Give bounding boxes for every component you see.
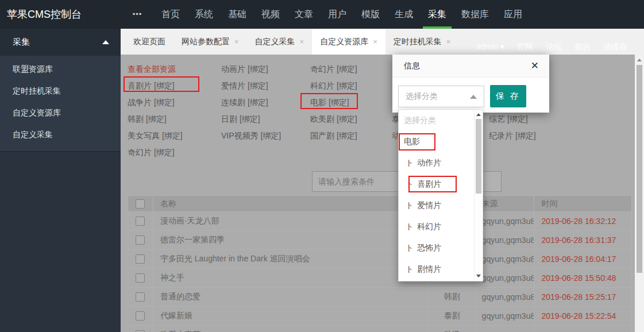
option-horror[interactable]: ト恐怖片 <box>399 237 475 258</box>
option-scifi[interactable]: ト科幻片 <box>399 216 475 237</box>
link-clear-cache[interactable]: 清缓存 <box>603 42 627 52</box>
link-frontend[interactable]: 前台 <box>574 42 591 52</box>
option-placeholder[interactable]: 选择分类 <box>399 110 475 131</box>
nav-generate[interactable]: 生成 <box>388 0 419 29</box>
sidebar-item-scheduled-collect[interactable]: 定时挂机采集 <box>0 80 121 102</box>
select-value: 选择分类 <box>406 91 470 102</box>
scroll-up-icon[interactable] <box>637 59 642 61</box>
option-comedy[interactable]: ト喜剧片 <box>399 173 475 195</box>
collapse-up-icon <box>102 40 109 44</box>
chevron-down-icon: ▾ <box>500 42 504 51</box>
category-dropdown: 选择分类 电影 ト动作片 ト喜剧片 ト爱情片 ト科幻片 ト恐怖片 ト剧情片 <box>398 109 483 281</box>
tree-branch-icon: ト <box>406 243 414 252</box>
sidebar-item-custom-library[interactable]: 自定义资源库 <box>0 102 121 123</box>
sidebar: 采集 联盟资源库 定时挂机采集 自定义资源库 自定义采集 <box>0 29 121 332</box>
link-official-site[interactable]: 官网 <box>517 42 533 52</box>
tree-branch-icon: ト <box>406 264 414 273</box>
scrollbar-thumb[interactable] <box>476 119 481 194</box>
modal-title: 信息 <box>404 61 531 71</box>
content-area: 查看全部资源 喜剧片 [绑定] 战争片 [绑定] 韩剧 [绑定] 美女写真 [绑… <box>121 55 635 332</box>
nav-collect-active[interactable]: 采集 <box>422 0 453 29</box>
nav-video[interactable]: 视频 <box>255 0 286 29</box>
nav-article[interactable]: 文章 <box>288 0 319 29</box>
top-navbar: 苹果CMS控制台 ••• 首页 系统 基础 视频 文章 用户 模版 生成 采集 … <box>0 0 644 29</box>
nav-system[interactable]: 系统 <box>188 0 219 29</box>
scroll-down-icon[interactable] <box>476 275 481 277</box>
save-button[interactable]: 保 存 <box>490 85 526 107</box>
more-menu-icon[interactable]: ••• <box>121 0 154 29</box>
tree-branch-icon: ト <box>406 200 414 210</box>
sidebar-item-custom-collect[interactable]: 自定义采集 <box>0 123 121 145</box>
user-menu[interactable]: admin ▾ <box>476 42 504 52</box>
option-movie[interactable]: 电影 <box>399 131 475 152</box>
nav-basic[interactable]: 基础 <box>222 0 253 29</box>
tree-branch-icon: ト <box>406 222 414 231</box>
modal-dim-overlay <box>121 55 635 332</box>
tab-close-icon[interactable]: × <box>373 37 377 46</box>
modal-header: 信息 ✕ <box>392 55 549 78</box>
link-forum[interactable]: 论坛 <box>546 42 562 52</box>
tab-custom-library-active[interactable]: 自定义资源库 × <box>312 29 385 55</box>
nav-home[interactable]: 首页 <box>155 0 186 29</box>
select-arrow-up-icon <box>470 95 477 99</box>
option-action[interactable]: ト动作片 <box>399 152 475 173</box>
nav-apps[interactable]: 应用 <box>498 0 529 29</box>
user-bar: admin ▾ 官网 论坛 前台 清缓存 <box>476 42 627 52</box>
app-window: 苹果CMS控制台 ••• 首页 系统 基础 视频 文章 用户 模版 生成 采集 … <box>0 0 644 332</box>
tree-branch-icon: ト <box>406 158 414 167</box>
sidebar-section-collect[interactable]: 采集 <box>0 29 121 56</box>
page-scrollbar[interactable] <box>635 55 644 332</box>
tab-close-icon[interactable]: × <box>234 37 239 46</box>
info-modal: 信息 ✕ 选择分类 保 存 <box>392 55 549 113</box>
tab-welcome[interactable]: 欢迎页面 <box>125 29 173 55</box>
tab-close-icon[interactable]: × <box>300 37 304 46</box>
dropdown-list: 选择分类 电影 ト动作片 ト喜剧片 ト爱情片 ト科幻片 ト恐怖片 ト剧情片 <box>399 110 475 280</box>
tab-close-icon[interactable]: × <box>446 37 451 46</box>
sidebar-item-alliance-library[interactable]: 联盟资源库 <box>0 58 121 80</box>
sidebar-menu: 联盟资源库 定时挂机采集 自定义资源库 自定义采集 <box>0 56 121 152</box>
tab-site-params[interactable]: 网站参数配置 × <box>173 29 247 55</box>
tree-branch-icon: ト <box>406 179 414 188</box>
app-title: 苹果CMS控制台 <box>0 0 121 29</box>
nav-template[interactable]: 模版 <box>355 0 386 29</box>
nav-user[interactable]: 用户 <box>322 0 353 29</box>
scroll-up-icon[interactable] <box>476 113 481 116</box>
scrollbar-thumb[interactable] <box>637 65 642 273</box>
sidebar-section-label: 采集 <box>13 37 30 48</box>
category-select[interactable]: 选择分类 <box>398 86 484 107</box>
close-icon[interactable]: ✕ <box>531 61 539 71</box>
option-romance[interactable]: ト爱情片 <box>399 195 475 216</box>
dropdown-scrollbar[interactable] <box>474 110 483 281</box>
tab-custom-collect[interactable]: 自定义采集 × <box>247 29 313 55</box>
option-drama[interactable]: ト剧情片 <box>399 258 475 280</box>
nav-database[interactable]: 数据库 <box>455 0 495 29</box>
tab-scheduled-collect[interactable]: 定时挂机采集 × <box>385 29 459 55</box>
